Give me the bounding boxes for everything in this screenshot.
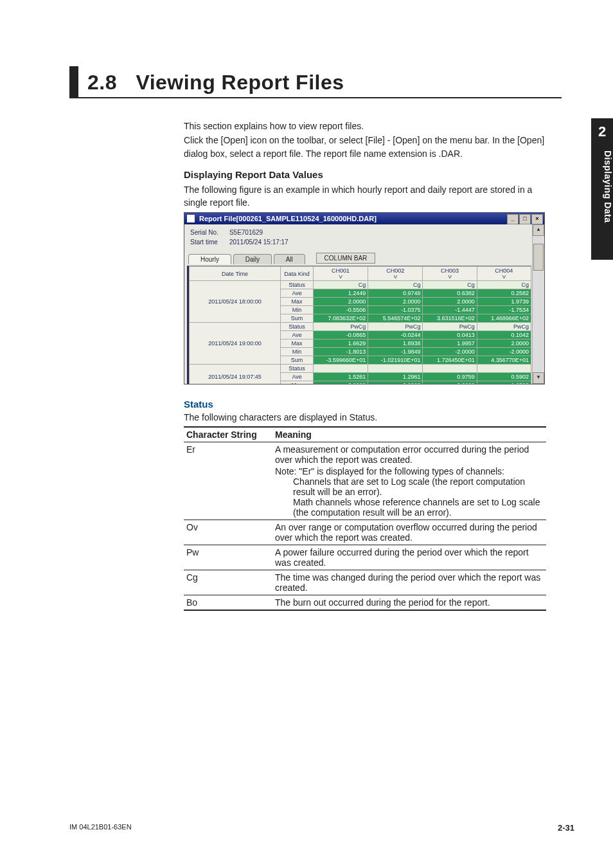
scroll-up-button[interactable]: ▲ [533, 224, 544, 236]
grid-value: 1.6629 [314, 339, 368, 348]
grid-value: 2.0000 [423, 381, 477, 385]
grid-value: 0.6382 [423, 289, 477, 298]
grid-value: -0.0865 [314, 331, 368, 339]
grid-value: 0.2582 [477, 289, 531, 298]
grid-value: 1.9957 [423, 339, 477, 348]
window-title: Report File[000261_SAMPLE110524_160000HD… [199, 215, 377, 222]
grid-value: 0.1042 [477, 331, 531, 339]
grid-value: 1.8938 [368, 339, 423, 348]
window-file-icon [187, 215, 195, 222]
grid-value: 2.0000 [314, 381, 368, 385]
chapter-title: Displaying Data [591, 150, 613, 223]
grid-kind: Max [281, 339, 314, 348]
serial-label: Serial No. [190, 228, 227, 237]
serial-value: S5E701629 [229, 228, 298, 237]
status-meaning: A measurement or computation error occur… [272, 442, 546, 520]
grid-value: PwCg [314, 323, 368, 331]
section-title: 2.8 Viewing Report Files [69, 71, 562, 98]
grid-kind: Max [281, 298, 314, 306]
grid-value: Cg [368, 281, 423, 289]
tab-all[interactable]: All [274, 254, 305, 264]
grid-value: Cg [423, 281, 477, 289]
side-tab: 2 Displaying Data [591, 118, 613, 260]
grid-value: 2.0000 [368, 381, 423, 385]
grid-value: 1.2449 [314, 289, 368, 298]
th-kind: Data Kind [281, 267, 314, 281]
grid-value: 0.5902 [477, 373, 531, 381]
grid-value: 2.0000 [423, 298, 477, 306]
grid-value: 7.083632E+02 [314, 314, 368, 323]
grid-value: 2.0000 [368, 298, 423, 306]
chapter-number: 2 [591, 118, 613, 140]
grid-value: 1.2961 [368, 373, 423, 381]
grid-kind: Min [281, 306, 314, 314]
grid-kind: Ave [281, 373, 314, 381]
title-rule [69, 66, 78, 98]
grid-value: -2.0000 [423, 348, 477, 356]
grid-value: 2.0000 [314, 298, 368, 306]
vertical-scrollbar[interactable]: ▲ ▼ [532, 224, 544, 384]
grid-value: -1.8013 [314, 348, 368, 356]
status-intro: The following characters are displayed i… [184, 412, 546, 422]
scroll-thumb[interactable] [533, 244, 544, 271]
grid-value: Cg [477, 281, 531, 289]
status-code: Pw [184, 545, 272, 570]
grid-value: 0.9759 [423, 373, 477, 381]
status-code: Cg [184, 570, 272, 595]
grid-kind: Status [281, 281, 314, 289]
grid-value: 4.356770E+01 [477, 356, 531, 365]
grid-value: 1.726450E+01 [423, 356, 477, 365]
column-bar-button[interactable]: COLUMN BAR [316, 253, 376, 264]
status-code: Er [184, 442, 272, 520]
grid-value: 2.0000 [477, 339, 531, 348]
grid-kind: Status [281, 365, 314, 373]
grid-value: 5.546574E+02 [368, 314, 423, 323]
grid-value: Cg [314, 281, 368, 289]
status-meaning: The time was changed during the period o… [272, 570, 546, 595]
report-grid: Date Time Data Kind CH001V CH002V CH003V… [187, 266, 531, 384]
body-text: This section explains how to view report… [184, 120, 546, 210]
tab-hourly[interactable]: Hourly [188, 254, 231, 264]
grid-value [423, 365, 477, 373]
scroll-down-button[interactable]: ▼ [533, 372, 544, 384]
page-number: 2-31 [558, 823, 574, 833]
th-datetime: Date Time [190, 267, 281, 281]
status-meaning: The burn out occurred during the period … [272, 595, 546, 611]
report-meta: Serial No. S5E701629 Start time 2011/05/… [184, 224, 544, 249]
report-tabs: Hourly Daily All COLUMN BAR [188, 253, 544, 266]
start-label: Start time [190, 238, 227, 246]
subhead-displaying: Displaying Report Data Values [184, 168, 546, 182]
intro-p1: This section explains how to view report… [184, 120, 546, 132]
grid-value: -1.0375 [368, 306, 423, 314]
tab-daily[interactable]: Daily [233, 254, 272, 264]
section-number: 2.8 [87, 71, 117, 94]
close-button[interactable]: × [531, 214, 543, 224]
status-code: Bo [184, 595, 272, 611]
status-meaning: A power failure occurred during the peri… [272, 545, 546, 570]
doc-id: IM 04L21B01-63EN [69, 823, 132, 833]
section-heading: Viewing Report Files [136, 71, 344, 94]
grid-datetime: 2011/05/24 18:00:00 [190, 281, 281, 323]
intro-p2: Click the [Open] icon on the toolbar, or… [184, 134, 546, 160]
grid-value: 3.631516E+02 [423, 314, 477, 323]
page-footer: IM 04L21B01-63EN 2-31 [69, 823, 574, 833]
grid-value: PwCg [368, 323, 423, 331]
grid-value: -1.021910E+01 [368, 356, 423, 365]
grid-kind: Status [281, 323, 314, 331]
grid-value: -0.5506 [314, 306, 368, 314]
maximize-button[interactable]: □ [519, 214, 531, 224]
grid-value [477, 365, 531, 373]
grid-value [314, 365, 368, 373]
grid-kind: Max [281, 381, 314, 385]
grid-value: PwCg [423, 323, 477, 331]
th-character-string: Character String [184, 427, 272, 442]
status-table: Character String Meaning ErA measurement… [184, 426, 546, 611]
minimize-button[interactable]: _ [507, 214, 519, 224]
grid-value: -1.9849 [368, 348, 423, 356]
grid-value: 1.9739 [477, 298, 531, 306]
grid-value: -0.0244 [368, 331, 423, 339]
grid-datetime: 2011/05/24 19:00:00 [190, 323, 281, 365]
grid-value: -3.599660E+01 [314, 356, 368, 365]
status-meaning: An over range or computation overflow oc… [272, 520, 546, 545]
status-section: Status The following characters are disp… [184, 399, 546, 611]
